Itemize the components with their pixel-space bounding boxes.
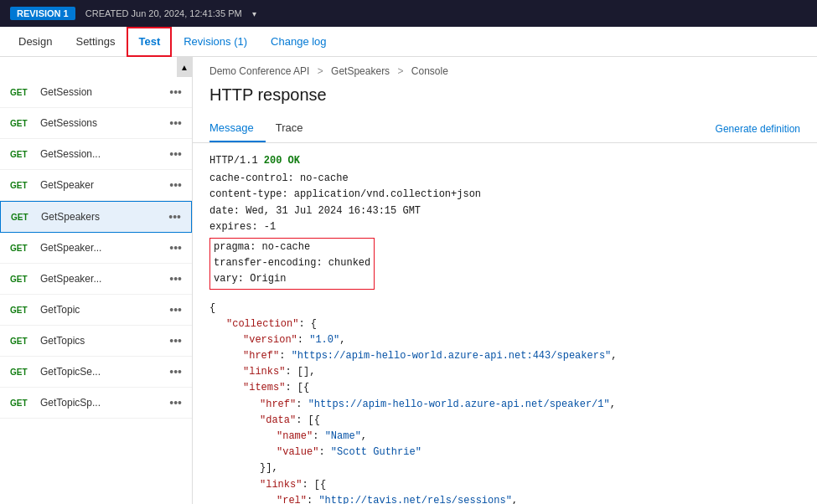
header-vary: vary: Origin bbox=[214, 271, 370, 287]
main-layout: ▲ GET GetSession ••• GET GetSessions •••… bbox=[0, 57, 817, 504]
more-options-icon[interactable]: ••• bbox=[169, 178, 182, 192]
method-get: GET bbox=[10, 244, 34, 253]
method-get: GET bbox=[10, 337, 34, 346]
subtab-message[interactable]: Message bbox=[209, 115, 266, 142]
sidebar-item-getspeaker3[interactable]: GET GetSpeaker... ••• bbox=[0, 264, 192, 295]
top-bar: REVISION 1 CREATED Jun 20, 2024, 12:41:3… bbox=[0, 0, 817, 27]
json-line: "version": "1.0", bbox=[209, 332, 800, 348]
item-label: GetSpeakers bbox=[41, 211, 162, 223]
more-options-icon[interactable]: ••• bbox=[169, 365, 182, 378]
response-body: HTTP/1.1 200 OK cache-control: no-cache … bbox=[193, 143, 817, 504]
json-line: "links": [{ bbox=[209, 477, 800, 493]
header-date: date: Wed, 31 Jul 2024 16:43:15 GMT bbox=[209, 203, 800, 219]
sidebar-item-getspeaker2[interactable]: GET GetSpeaker... ••• bbox=[0, 233, 192, 264]
sidebar-item-gettopic[interactable]: GET GetTopic ••• bbox=[0, 295, 192, 326]
breadcrumb: Demo Conference API > GetSpeakers > Cons… bbox=[193, 57, 817, 82]
more-options-icon[interactable]: ••• bbox=[169, 85, 182, 99]
item-label: GetTopic bbox=[40, 304, 163, 316]
sidebar-item-gettopicsp[interactable]: GET GetTopicSp... ••• bbox=[0, 388, 192, 419]
header-cache-control: cache-control: no-cache bbox=[209, 171, 800, 187]
item-label: GetSpeaker... bbox=[40, 242, 163, 254]
json-line: "name": "Name", bbox=[209, 429, 800, 445]
sidebar-item-getspeaker[interactable]: GET GetSpeaker ••• bbox=[0, 170, 192, 201]
more-options-icon[interactable]: ••• bbox=[169, 303, 182, 316]
header-pragma: pragma: no-cache bbox=[214, 239, 370, 255]
method-get: GET bbox=[10, 181, 34, 190]
method-get: GET bbox=[10, 399, 34, 408]
method-get: GET bbox=[10, 119, 34, 128]
more-options-icon[interactable]: ••• bbox=[169, 334, 182, 347]
more-options-icon[interactable]: ••• bbox=[169, 396, 182, 409]
method-get: GET bbox=[10, 275, 34, 284]
header-content-type: content-type: application/vnd.collection… bbox=[209, 187, 800, 203]
item-label: GetSessions bbox=[40, 117, 163, 129]
sidebar-item-gettopics[interactable]: GET GetTopics ••• bbox=[0, 326, 192, 357]
json-line: "collection": { bbox=[209, 316, 800, 332]
item-label: GetSession... bbox=[40, 148, 163, 160]
sidebar-item-getsessions[interactable]: GET GetSessions ••• bbox=[0, 108, 192, 139]
tab-test[interactable]: Test bbox=[127, 27, 172, 57]
sidebar: ▲ GET GetSession ••• GET GetSessions •••… bbox=[0, 57, 193, 504]
highlighted-headers-block: pragma: no-cache transfer-encoding: chun… bbox=[209, 238, 375, 290]
json-line: }], bbox=[209, 460, 800, 476]
tab-settings[interactable]: Settings bbox=[64, 27, 127, 57]
tab-revisions[interactable]: Revisions (1) bbox=[172, 27, 259, 57]
json-line: "href": "https://apim-hello-world.azure-… bbox=[209, 397, 800, 413]
more-options-icon[interactable]: ••• bbox=[169, 116, 182, 130]
created-text: CREATED Jun 20, 2024, 12:41:35 PM bbox=[85, 8, 242, 18]
more-options-icon[interactable]: ••• bbox=[169, 241, 182, 255]
item-label: GetTopicSp... bbox=[40, 397, 163, 409]
sidebar-item-getspeakers[interactable]: GET GetSpeakers ••• bbox=[0, 201, 192, 233]
more-options-icon[interactable]: ••• bbox=[169, 147, 182, 161]
item-label: GetSession bbox=[40, 86, 163, 98]
method-get: GET bbox=[10, 306, 34, 315]
tab-design[interactable]: Design bbox=[7, 27, 64, 57]
method-get: GET bbox=[11, 213, 34, 222]
item-label: GetSpeaker... bbox=[40, 273, 163, 285]
json-line: "href": "https://apim-hello-world.azure-… bbox=[209, 348, 800, 364]
generate-definition-link[interactable]: Generate definition bbox=[716, 116, 800, 141]
method-get: GET bbox=[10, 88, 34, 97]
method-get: GET bbox=[10, 368, 34, 377]
sidebar-item-gettopicse[interactable]: GET GetTopicSe... ••• bbox=[0, 357, 192, 388]
json-line: "items": [{ bbox=[209, 380, 800, 396]
item-label: GetSpeaker bbox=[40, 179, 163, 191]
tab-changelog[interactable]: Change log bbox=[259, 27, 339, 57]
json-body: { "collection": { "version": "1.0", "hre… bbox=[209, 301, 800, 505]
dropdown-arrow[interactable]: ▾ bbox=[252, 9, 256, 18]
sidebar-item-getsession[interactable]: GET GetSession ••• bbox=[0, 77, 192, 108]
revision-badge: REVISION 1 bbox=[10, 7, 75, 20]
nav-tabs: Design Settings Test Revisions (1) Chang… bbox=[0, 27, 817, 57]
content-area: Demo Conference API > GetSpeakers > Cons… bbox=[193, 57, 817, 504]
more-options-icon[interactable]: ••• bbox=[169, 272, 182, 285]
http-status-line: HTTP/1.1 200 OK bbox=[209, 153, 800, 169]
json-line: "data": [{ bbox=[209, 413, 800, 429]
method-get: GET bbox=[10, 150, 34, 159]
json-line: "rel": "http://tavis.net/rels/sessions", bbox=[209, 493, 800, 504]
json-line: "links": [], bbox=[209, 364, 800, 380]
json-line: "value": "Scott Guthrie" bbox=[209, 445, 800, 460]
header-expires: expires: -1 bbox=[209, 219, 800, 235]
subtab-trace[interactable]: Trace bbox=[276, 115, 315, 142]
item-label: GetTopics bbox=[40, 335, 163, 347]
status-200: 200 OK bbox=[264, 155, 300, 167]
more-options-icon[interactable]: ••• bbox=[168, 210, 181, 224]
sub-tabs: Message Trace Generate definition bbox=[193, 115, 817, 143]
item-label: GetTopicSe... bbox=[40, 366, 163, 378]
scroll-up-btn[interactable]: ▲ bbox=[177, 57, 192, 77]
json-line: { bbox=[209, 301, 800, 316]
header-transfer-encoding: transfer-encoding: chunked bbox=[214, 255, 370, 271]
page-title: HTTP response bbox=[193, 82, 817, 115]
sidebar-item-getsession2[interactable]: GET GetSession... ••• bbox=[0, 139, 192, 170]
